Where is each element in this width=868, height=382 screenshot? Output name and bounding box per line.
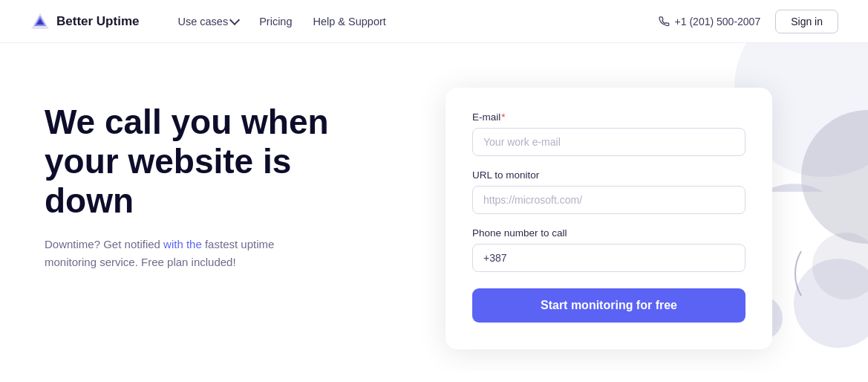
start-monitoring-button[interactable]: Start monitoring for free: [472, 288, 745, 323]
nav-use-cases[interactable]: Use cases: [169, 11, 247, 32]
email-input[interactable]: [472, 128, 745, 156]
url-label: URL to monitor: [472, 169, 745, 181]
phone-icon: [659, 16, 670, 27]
sign-in-button[interactable]: Sign in: [775, 10, 838, 33]
logo-link[interactable]: Better Uptime: [30, 11, 139, 32]
logo-text: Better Uptime: [56, 14, 139, 29]
nav-pricing[interactable]: Pricing: [250, 11, 301, 32]
url-group: URL to monitor: [472, 169, 745, 214]
phone-link[interactable]: +1 (201) 500-2007: [659, 16, 761, 27]
highlight-text: with the: [163, 238, 202, 250]
nav-right: +1 (201) 500-2007 Sign in: [659, 10, 838, 33]
svg-point-7: [812, 233, 868, 300]
phone-group: Phone number to call: [472, 227, 745, 272]
navbar: Better Uptime Use cases Pricing Help & S…: [0, 0, 868, 43]
email-group: E-mail*: [472, 111, 745, 156]
svg-point-4: [801, 110, 868, 244]
hero-subtitle: Downtime? Get notified with the fastest …: [45, 236, 297, 271]
nav-help-support[interactable]: Help & Support: [304, 11, 395, 32]
signup-form-card: E-mail* URL to monitor Phone number to c…: [446, 88, 772, 349]
footer-bar: MONITORING 10,000+ WEBSITES EVERY MINUTE: [0, 372, 868, 382]
hero-left: We call you whenyour website is down Dow…: [45, 80, 386, 271]
phone-label: Phone number to call: [472, 227, 745, 239]
nav-links: Use cases Pricing Help & Support: [169, 11, 658, 32]
url-input[interactable]: [472, 186, 745, 214]
required-star: *: [501, 111, 505, 123]
svg-point-5: [794, 259, 868, 348]
chevron-down-icon: [229, 15, 240, 25]
logo-icon: [30, 11, 50, 32]
email-label: E-mail*: [472, 111, 745, 123]
phone-input[interactable]: [472, 244, 745, 272]
hero-section: We call you whenyour website is down Dow…: [0, 43, 868, 372]
phone-number: +1 (201) 500-2007: [675, 16, 761, 27]
hero-title: We call you whenyour website is down: [45, 103, 386, 221]
